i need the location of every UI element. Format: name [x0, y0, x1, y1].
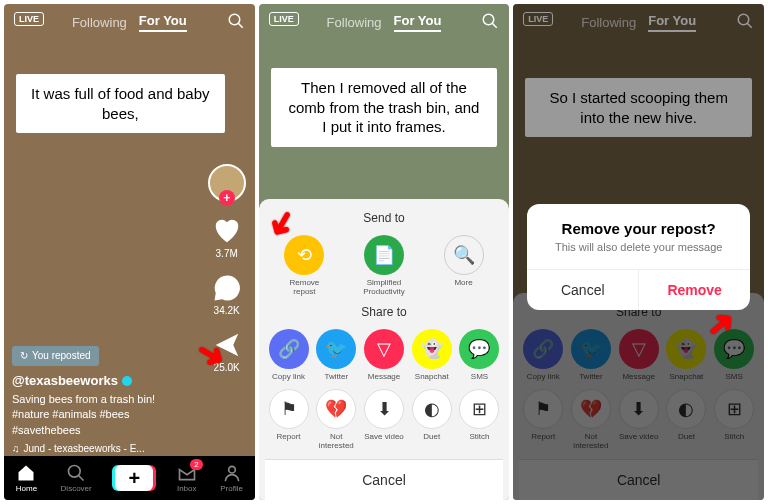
download-icon: ⬇: [364, 389, 404, 429]
remove-repost-label: Remove repost: [282, 279, 326, 297]
duet-label: Duet: [423, 433, 440, 442]
tab-discover[interactable]: Discover: [61, 463, 92, 493]
phone-confirm-dialog: LIVE Following For You So I started scoo…: [513, 4, 764, 500]
duet-button[interactable]: ◐Duet: [410, 389, 454, 451]
tab-home[interactable]: Home: [16, 463, 37, 493]
home-label: Home: [16, 484, 37, 493]
note-icon: 📄: [364, 235, 404, 275]
video-meta: ↻ You reposted @texasbeeworks Saving bee…: [12, 346, 195, 456]
stitch-icon: ⊞: [459, 389, 499, 429]
share-sheet: Send to ⟲Remove repost 📄Simplified Produ…: [259, 199, 510, 500]
savevid-label: Save video: [364, 433, 404, 442]
dialog-title: Remove your repost?: [527, 204, 750, 241]
search-icon[interactable]: [481, 12, 499, 30]
cancel-button[interactable]: Cancel: [265, 459, 504, 500]
home-icon: [16, 463, 36, 483]
twitter-button[interactable]: 🐦Twitter: [314, 329, 358, 382]
inbox-label: Inbox: [177, 484, 197, 493]
actions-row: ⚑Report 💔Not interested ⬇Save video ◐Due…: [265, 389, 504, 451]
inbox-icon: [177, 463, 197, 483]
profile-label: Profile: [220, 484, 243, 493]
topbar: LIVE Following For You: [259, 4, 510, 40]
phone-share-sheet: LIVE Following For You Then I removed al…: [259, 4, 510, 500]
video-description[interactable]: Saving bees from a trash bin! #nature #a…: [12, 392, 195, 438]
username-text: @texasbeeworks: [12, 372, 118, 390]
music-text: Jund - texasbeeworks - E...: [24, 442, 145, 456]
reposted-label: You reposted: [32, 349, 91, 363]
tab-foryou[interactable]: For You: [394, 13, 442, 32]
report-label: Report: [277, 433, 301, 442]
dialog-buttons: Cancel Remove: [527, 269, 750, 310]
twitter-icon: 🐦: [316, 329, 356, 369]
svg-point-1: [69, 466, 81, 478]
savevideo-button[interactable]: ⬇Save video: [362, 389, 406, 451]
sms-button[interactable]: 💬SMS: [457, 329, 501, 382]
comment-count: 34.2K: [214, 305, 240, 316]
dialog-remove-button[interactable]: Remove: [639, 270, 750, 310]
heartbreak-icon: 💔: [316, 389, 356, 429]
snapchat-icon: 👻: [412, 329, 452, 369]
dialog-cancel-button[interactable]: Cancel: [527, 270, 639, 310]
dialog-message: This will also delete your message: [527, 241, 750, 269]
tab-foryou[interactable]: For You: [139, 13, 187, 32]
more-label: More: [454, 279, 472, 288]
notint-label: Not interested: [314, 433, 358, 451]
svg-point-3: [484, 14, 495, 25]
verified-icon: [122, 376, 132, 386]
search-icon[interactable]: [227, 12, 245, 30]
profile-icon: [222, 463, 242, 483]
more-button[interactable]: 🔍More: [442, 235, 486, 297]
tab-following[interactable]: Following: [72, 15, 127, 30]
message-icon: ▽: [364, 329, 404, 369]
sendto-title: Send to: [265, 211, 504, 225]
stitch-button[interactable]: ⊞Stitch: [457, 389, 501, 451]
live-badge[interactable]: LIVE: [269, 12, 299, 26]
report-button[interactable]: ⚑Report: [267, 389, 311, 451]
flag-icon: ⚑: [269, 389, 309, 429]
share-button[interactable]: 25.0K: [212, 330, 242, 373]
action-rail: 3.7M 34.2K 25.0K: [205, 164, 249, 373]
heart-icon: [212, 216, 242, 246]
notinterested-button[interactable]: 💔Not interested: [314, 389, 358, 451]
music-info[interactable]: ♫ Jund - texasbeeworks - E...: [12, 442, 195, 456]
tab-inbox[interactable]: Inbox: [177, 463, 197, 493]
phone-feed: LIVE Following For You It was full of fo…: [4, 4, 255, 500]
create-button[interactable]: +: [115, 465, 153, 491]
shareto-row: 🔗Copy link 🐦Twitter ▽Message 👻Snapchat 💬…: [265, 329, 504, 382]
reposted-badge[interactable]: ↻ You reposted: [12, 346, 99, 366]
duet-icon: ◐: [412, 389, 452, 429]
link-icon: 🔗: [269, 329, 309, 369]
live-badge[interactable]: LIVE: [14, 12, 44, 26]
message-label: Message: [368, 373, 400, 382]
simplified-button[interactable]: 📄Simplified Productivity: [362, 235, 406, 297]
stitch-label: Stitch: [469, 433, 489, 442]
comment-button[interactable]: 34.2K: [212, 273, 242, 316]
remove-repost-button[interactable]: ⟲Remove repost: [282, 235, 326, 297]
message-button[interactable]: ▽Message: [362, 329, 406, 382]
simplified-label: Simplified Productivity: [362, 279, 406, 297]
comment-icon: [212, 273, 242, 303]
sms-icon: 💬: [459, 329, 499, 369]
copylink-button[interactable]: 🔗Copy link: [267, 329, 311, 382]
search-icon: 🔍: [444, 235, 484, 275]
confirm-dialog: Remove your repost? This will also delet…: [527, 204, 750, 310]
share-icon: [212, 330, 242, 360]
twitter-label: Twitter: [324, 373, 348, 382]
tab-profile[interactable]: Profile: [220, 463, 243, 493]
video-caption: It was full of food and baby bees,: [16, 74, 225, 133]
video-caption: Then I removed all of the comb from the …: [271, 68, 498, 147]
topbar: LIVE Following For You: [4, 4, 255, 40]
svg-point-0: [229, 14, 240, 25]
username[interactable]: @texasbeeworks: [12, 372, 195, 390]
svg-point-2: [228, 466, 235, 473]
like-count: 3.7M: [216, 248, 238, 259]
snapchat-label: Snapchat: [415, 373, 449, 382]
sendto-row: ⟲Remove repost 📄Simplified Productivity …: [265, 235, 504, 297]
bottom-tabbar: Home Discover + Inbox Profile: [4, 456, 255, 500]
snapchat-button[interactable]: 👻Snapchat: [410, 329, 454, 382]
creator-avatar[interactable]: [208, 164, 246, 202]
like-button[interactable]: 3.7M: [212, 216, 242, 259]
tab-following[interactable]: Following: [327, 15, 382, 30]
shareto-title: Share to: [265, 305, 504, 319]
copylink-label: Copy link: [272, 373, 305, 382]
